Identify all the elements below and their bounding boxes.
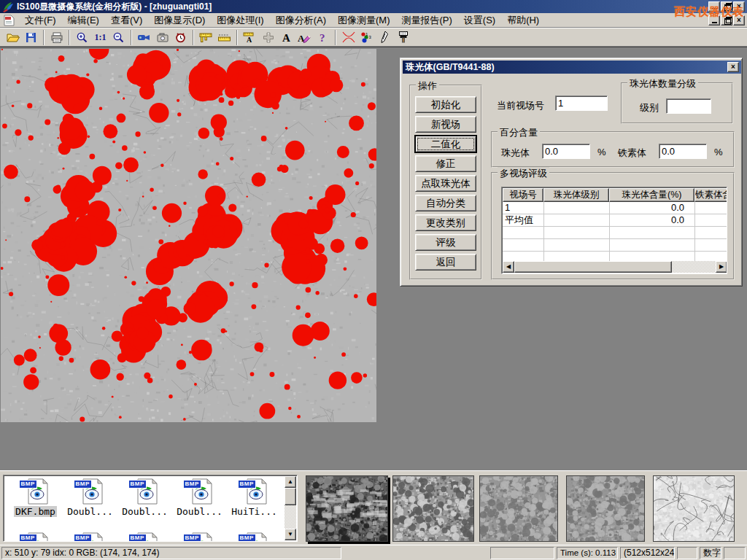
ruler-button[interactable] [215, 29, 233, 46]
col-field-number[interactable]: 视场号 [503, 188, 543, 202]
menu-measure-report[interactable]: 测量报告(P) [395, 12, 457, 28]
menu-image-measure[interactable]: 图像测量(M) [332, 12, 396, 28]
file-item-doubl1[interactable]: BMP Doubl... [63, 478, 117, 517]
file-item-doubl3[interactable]: BMP Doubl... [172, 478, 227, 517]
measure-text-button[interactable]: A [241, 29, 259, 46]
menu-image-processing[interactable]: 图像处理(I) [211, 12, 269, 28]
caliper-button[interactable] [197, 29, 215, 46]
file-name[interactable]: Doubl... [120, 506, 169, 517]
file-name[interactable]: HuiTi... [230, 506, 279, 517]
toolbar: 1:1 A A A ? 13 [0, 28, 747, 47]
pearlite-percent-input[interactable]: 0.0 [542, 144, 590, 159]
return-button[interactable]: 返回 [415, 254, 476, 271]
multiview-table-body: 1 0.0 平均值 0.0 [503, 202, 727, 262]
workspace: 珠光体(GB/T9441-88) × 操作 初始化 新视场 二值化 修正 点取珠… [0, 47, 747, 470]
row2-pearlite-percent[interactable]: 0.0 [610, 214, 684, 227]
image-size-status: (512x512x24) [620, 547, 675, 559]
annotate-button[interactable]: A [295, 29, 314, 46]
file-item-dkf[interactable]: BMP DKF.bmp [8, 478, 63, 517]
brush-tool-button[interactable] [394, 29, 412, 46]
auto-classify-button[interactable]: 自动分类 [415, 195, 476, 211]
application-window: { "window": { "title": "IS100显微摄像系统(金相分析… [0, 0, 747, 560]
menu-file[interactable]: 文件(F) [19, 12, 62, 28]
row1-pearlite-percent[interactable]: 0.0 [610, 202, 684, 214]
menu-edit[interactable]: 编辑(E) [62, 12, 105, 28]
thumbnail-4[interactable] [566, 475, 645, 542]
ferrite-percent-input[interactable]: 0.0 [659, 144, 707, 159]
row1-field[interactable]: 1 [505, 202, 541, 214]
percent-group-label: 百分含量 [498, 126, 540, 139]
change-class-button[interactable]: 更改类别 [415, 214, 476, 231]
pen-tool-button[interactable] [376, 29, 394, 46]
status-bar: x: 510 y: 79 idx: 0 RGB: (174, 174, 174)… [0, 545, 747, 560]
grading-group-label: 珠光体数量分级 [627, 77, 698, 90]
zoom-out-button[interactable] [109, 29, 128, 46]
bmp-badge: BMP [238, 534, 256, 542]
binarize-button[interactable]: 二值化 [415, 136, 476, 152]
correct-button[interactable]: 修正 [415, 155, 476, 172]
col-ferrite-percent[interactable]: 铁素体含量(%) [694, 188, 727, 202]
file-name[interactable]: Doubl... [175, 506, 224, 517]
bmp-badge: BMP [19, 534, 37, 542]
file-list-scrollbar: ▲ ▼ [285, 476, 296, 540]
menu-view[interactable]: 查看(V) [105, 12, 148, 28]
save-button[interactable] [22, 29, 40, 46]
pan-cross-button[interactable] [259, 29, 277, 46]
scroll-up-icon[interactable]: ▲ [285, 476, 296, 488]
init-button[interactable]: 初始化 [415, 96, 476, 113]
thumbnail-2[interactable] [392, 475, 474, 542]
video-camera-button[interactable] [135, 29, 153, 46]
file-item-doubl2[interactable]: BMP Doubl... [117, 478, 172, 517]
current-field-input[interactable]: 1 [555, 96, 608, 111]
thumbnail-1[interactable] [306, 475, 388, 542]
ferrite-label: 铁素体 [618, 147, 646, 160]
open-button[interactable] [4, 29, 22, 46]
col-pearlite-grade[interactable]: 珠光体级别 [543, 188, 609, 202]
col-pearlite-percent[interactable]: 珠光体含量(%) [609, 188, 694, 202]
bmp-badge: BMP [183, 480, 201, 489]
row2-field[interactable]: 平均值 [505, 214, 541, 227]
scrollbar-thumb[interactable] [285, 488, 296, 505]
menu-help[interactable]: 帮助(H) [501, 12, 545, 28]
pick-pearlite-button[interactable]: 点取珠光体 [415, 175, 476, 192]
toolbar-separator [236, 30, 238, 45]
dialog-close-icon[interactable]: × [727, 62, 739, 72]
rate-button[interactable]: 评级 [415, 234, 476, 251]
scroll-down-icon[interactable]: ▼ [285, 529, 296, 540]
scroll-right-icon[interactable]: ▶ [716, 261, 727, 273]
curve-tool-button[interactable] [339, 29, 357, 46]
bmp-badge: BMP [128, 480, 147, 489]
actual-size-button[interactable]: 1:1 [91, 29, 109, 46]
file-name[interactable]: DKF.bmp [14, 506, 57, 517]
scrollbar-track[interactable] [672, 261, 716, 273]
dialog-title-bar[interactable]: 珠光体(GB/T9441-88) × [403, 61, 741, 74]
bmp-badge: BMP [19, 480, 37, 489]
toolbar-separator [193, 30, 194, 45]
file-name[interactable]: Doubl... [66, 506, 115, 517]
capture-button[interactable] [153, 29, 171, 46]
pearlite-dialog: 珠光体(GB/T9441-88) × 操作 初始化 新视场 二值化 修正 点取珠… [400, 58, 743, 287]
thumbnail-5[interactable] [653, 475, 735, 542]
menu-image-display[interactable]: 图像显示(D) [148, 12, 211, 28]
help-button[interactable]: ? [314, 29, 332, 46]
scrollbar-track[interactable] [285, 505, 296, 529]
file-item-huiti[interactable]: BMP HuiTi... [227, 478, 282, 517]
classify-points-button[interactable]: 13 [357, 29, 376, 46]
bmp-badge: BMP [238, 480, 256, 489]
timer-button[interactable] [171, 29, 190, 46]
bmp-badge: BMP [74, 534, 92, 542]
table-horizontal-scrollbar: ◀ ▶ [503, 261, 727, 273]
new-field-button[interactable]: 新视场 [415, 116, 476, 133]
zoom-in-button[interactable] [73, 29, 91, 46]
level-input[interactable] [666, 98, 711, 114]
scroll-left-icon[interactable]: ◀ [503, 261, 514, 273]
thumbnail-3[interactable] [479, 475, 558, 542]
menu-settings[interactable]: 设置(S) [458, 12, 501, 28]
menu-image-analysis[interactable]: 图像分析(A) [270, 12, 332, 28]
status-empty-2 [677, 547, 697, 559]
text-button[interactable]: A [277, 29, 295, 46]
metallographic-image[interactable] [1, 49, 376, 422]
svg-text:3: 3 [369, 35, 372, 39]
print-button[interactable] [47, 29, 66, 46]
scrollbar-thumb[interactable] [514, 261, 672, 273]
